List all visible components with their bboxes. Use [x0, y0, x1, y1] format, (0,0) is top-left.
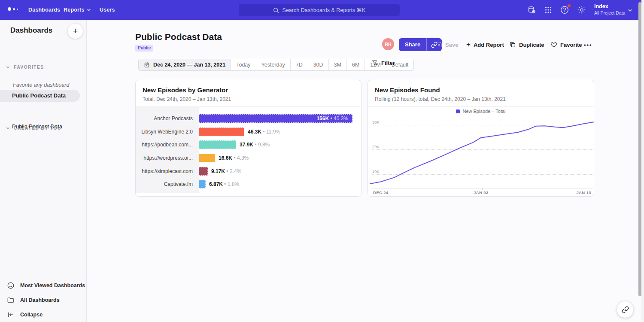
nav-item-label: Users — [100, 7, 115, 13]
page-title: Public Podcast Data — [135, 32, 222, 42]
date-range-label: Dec 24, 2020 — Jan 13, 2021 — [153, 62, 225, 68]
chart-legend: New Episode – Total — [368, 109, 594, 114]
footer-item-label: Most Viewed Dashboards — [20, 283, 85, 289]
bar-segment[interactable] — [199, 140, 236, 149]
date-preset-today[interactable]: Today — [231, 59, 255, 70]
nav-item-label: Dashboards — [28, 7, 60, 13]
app-logo-dots-icon[interactable] — [8, 7, 18, 11]
all-dashboards-button[interactable]: All Dashboards — [0, 293, 86, 307]
x-tick-label: JAN 03 — [474, 190, 489, 195]
bar-segment[interactable] — [199, 128, 244, 136]
bar-row: Anchor Podcasts156K • 40.3% — [136, 112, 361, 125]
filter-button[interactable]: Filter — [372, 60, 395, 66]
date-preset-3m[interactable]: 3M — [328, 59, 346, 70]
duplicate-button[interactable]: Duplicate — [509, 38, 544, 51]
chevron-down-icon — [6, 65, 10, 69]
report-title: New Episodes Found — [375, 86, 440, 94]
folder-icon — [7, 296, 15, 304]
nav-item-reports[interactable]: Reports — [64, 0, 91, 20]
date-preset-30d[interactable]: 30D — [308, 59, 328, 70]
report-title: New Episodes by Generator — [143, 86, 228, 94]
section-label: FAVORITES — [14, 64, 44, 70]
legend-label: New Episode – Total — [462, 109, 505, 114]
floating-link-button[interactable] — [617, 301, 633, 318]
report-card-new-episodes-by-generator: New Episodes by Generator Total, Dec 24t… — [135, 80, 361, 197]
most-viewed-dashboards-button[interactable]: Most Viewed Dashboards — [0, 278, 86, 293]
avatar[interactable]: RH — [382, 38, 394, 50]
save-button[interactable]: Save — [435, 38, 458, 51]
add-report-button[interactable]: + Add Report — [466, 38, 504, 51]
x-tick-mark — [482, 188, 483, 190]
bar-track: 46.3K • 11.9% — [199, 128, 361, 136]
date-preset-6m[interactable]: 6M — [346, 59, 365, 70]
nav-item-label: Reports — [64, 7, 85, 13]
ellipsis-icon: ••• — [584, 42, 592, 48]
bar-category-label: Libsyn WebEngine 2.0 — [136, 129, 199, 135]
smiley-icon — [7, 282, 15, 289]
add-report-label: Add Report — [474, 42, 504, 48]
favorite-label: Favorite — [560, 42, 582, 48]
collapse-icon — [7, 311, 15, 319]
more-options-button[interactable]: ••• — [584, 38, 592, 51]
bar-track: 156K • 40.3% — [199, 114, 361, 123]
public-badge: Public — [135, 45, 153, 52]
duplicate-icon — [509, 41, 516, 48]
line-chart-svg[interactable] — [370, 117, 594, 188]
sidebar-section-favorites[interactable]: FAVORITES — [0, 64, 87, 70]
search-placeholder: Search Dashboards & Reports ⌘K — [283, 7, 366, 13]
line-series-new-episode-total — [370, 122, 594, 184]
x-axis-line — [372, 188, 593, 188]
link-icon — [622, 306, 629, 313]
chevron-down-icon — [87, 8, 91, 12]
chevron-down-icon[interactable] — [628, 8, 632, 13]
bar-value-label: 9.17K • 2.4% — [211, 168, 241, 174]
nav-item-users[interactable]: Users — [100, 0, 115, 20]
date-preset-7d[interactable]: 7D — [290, 59, 308, 70]
app-grid-icon[interactable] — [544, 5, 553, 15]
bar-segment[interactable] — [199, 180, 206, 188]
bar-row: Captivate.fm6.87K • 1.8% — [136, 178, 361, 191]
nav-item-dashboards[interactable]: Dashboards — [28, 0, 60, 20]
sidebar-item-public-podcast-data[interactable]: Public Podcast Data — [0, 90, 80, 102]
bar-segment[interactable] — [199, 154, 215, 162]
bar-segment[interactable] — [199, 167, 208, 176]
report-subtitle: Total, Dec 24th, 2020 – Jan 13th, 2021 — [143, 96, 231, 102]
report-card-new-episodes-found: New Episodes Found Rolling (12 hours), t… — [368, 80, 594, 197]
divider — [368, 106, 594, 107]
settings-gear-icon[interactable] — [577, 5, 586, 15]
report-subtitle: Rolling (12 hours), total, Dec 24th, 202… — [375, 96, 506, 102]
plus-icon: + — [466, 40, 471, 49]
date-preset-yesterday[interactable]: Yesterday — [256, 59, 290, 70]
data-sources-icon[interactable] — [527, 5, 537, 15]
add-dashboard-button[interactable]: + — [68, 24, 83, 39]
top-navbar: Dashboards Reports Users Search Dashboar… — [0, 0, 644, 20]
share-button-label: Share — [399, 38, 426, 51]
workspace-switcher[interactable]: Index All Project Data — [594, 3, 625, 15]
save-icon — [435, 41, 442, 48]
bar-value-label: 16.6K • 4.3% — [219, 155, 249, 161]
date-range-picker[interactable]: Dec 24, 2020 — Jan 13, 2021 — [139, 59, 231, 70]
sidebar-item-public-podcast-data[interactable]: Public Podcast Data — [0, 121, 80, 133]
search-input[interactable]: Search Dashboards & Reports ⌘K — [239, 4, 400, 16]
heart-icon — [550, 41, 557, 48]
scrollbar-thumb[interactable] — [638, 2, 641, 296]
help-icon[interactable] — [560, 5, 569, 15]
filter-plus-icon — [372, 60, 378, 66]
favorite-button[interactable]: Favorite — [550, 38, 582, 51]
bar-segment[interactable]: 156K • 40.3% — [199, 114, 352, 123]
bar-category-label: Captivate.fm — [136, 181, 199, 187]
bar-track: 9.17K • 2.4% — [199, 167, 361, 176]
collapse-sidebar-button[interactable]: Collapse — [0, 307, 86, 322]
scrollbar-gutter — [641, 0, 644, 322]
calendar-icon — [144, 62, 150, 68]
bar-track: 37.9K • 9.8% — [199, 140, 361, 149]
workspace-name: Index — [594, 3, 625, 9]
legend-swatch — [456, 109, 460, 113]
bar-value-label: 37.9K • 9.8% — [240, 142, 270, 148]
bar-track: 6.87K • 1.8% — [199, 180, 361, 188]
bar-category-label: Anchor Podcasts — [136, 115, 199, 122]
bar-value-label: 6.87K • 1.8% — [209, 181, 239, 187]
save-button-label: Save — [445, 42, 458, 48]
bar-value-label: 156K • 40.3% — [316, 115, 352, 122]
bar-category-label: https://podbean.com... — [136, 142, 199, 148]
